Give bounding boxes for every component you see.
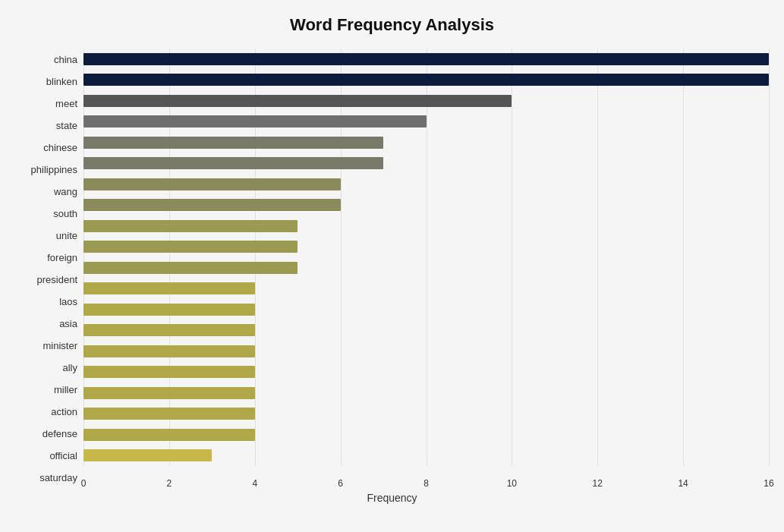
y-label: official [49,445,77,467]
bar-row [83,216,769,237]
bar [83,74,769,86]
bar [83,262,298,274]
y-label: action [51,401,77,423]
y-axis-labels: chinablinkenmeetstatechinesephilippinesw… [15,49,83,489]
chart-container: Word Frequency Analysis chinablinkenmeet… [0,0,784,532]
bar [83,157,383,169]
y-label: state [56,115,77,137]
y-label: president [37,269,77,291]
y-label: defense [43,423,77,445]
x-tick-label: 12 [593,478,603,489]
bars-and-grid: 0246810121416 [83,49,769,489]
x-tick-label: 4 [252,478,257,489]
y-label: chinese [43,137,77,159]
bar-row [83,362,769,383]
y-label: miller [54,379,77,401]
bar-row [83,279,769,300]
bar-row [83,90,769,112]
y-label: asia [59,313,77,335]
bar-row [83,341,769,362]
bar [83,220,298,232]
bar [83,429,255,441]
bar [83,408,255,420]
bar-row [83,49,769,70]
x-axis-labels: 0246810121416 [83,466,769,489]
bar [83,282,255,294]
x-axis-title: Frequency [15,492,769,504]
bar [83,199,341,211]
bar-row [83,299,769,320]
bar-row [83,153,769,175]
bar [83,324,255,336]
chart-title: Word Frequency Analysis [15,15,769,35]
x-tick-label: 16 [764,478,773,489]
y-label: laos [59,291,77,313]
grid-line [769,49,770,466]
bar-row [83,320,769,342]
bar-row [83,195,769,216]
x-tick-label: 0 [81,478,87,489]
y-label: philippines [31,159,77,181]
x-tick-label: 8 [423,478,429,489]
y-label: minister [43,335,77,357]
x-tick-label: 6 [338,478,343,489]
y-label: meet [55,93,77,115]
y-label: blinken [46,71,77,93]
bar [83,387,255,399]
bar-row [83,70,769,91]
bar-row [83,257,769,279]
bar [83,241,298,253]
bars-wrapper [83,49,769,466]
bar [83,115,427,127]
bar-row [83,237,769,258]
bar [83,345,255,357]
bar [83,366,255,378]
bar [83,304,255,316]
chart-area: chinablinkenmeetstatechinesephilippinesw… [15,49,769,489]
bar-row [83,404,769,425]
bar [83,95,512,107]
y-label: saturday [39,467,77,489]
bar-row [83,112,769,133]
bar-row [83,382,769,404]
bar-row [83,132,769,153]
bar-row [83,445,769,467]
y-label: unite [56,225,77,247]
bar-row [83,174,769,195]
x-tick-label: 2 [167,478,172,489]
y-label: china [54,49,77,71]
y-label: foreign [47,247,77,269]
bar [83,178,341,190]
bar [83,137,383,149]
bar [83,53,769,65]
x-tick-label: 10 [507,478,517,489]
y-label: ally [62,357,77,379]
y-label: south [53,203,77,225]
y-label: wang [54,181,77,203]
bar [83,449,212,461]
bar-row [83,424,769,445]
x-tick-label: 14 [678,478,688,489]
